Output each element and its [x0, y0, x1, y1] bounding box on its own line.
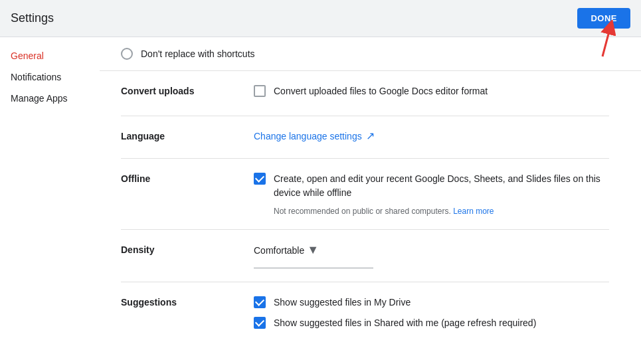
density-label: Density — [121, 243, 254, 255]
dropdown-arrow-icon: ▼ — [307, 243, 319, 257]
shortcuts-radio[interactable] — [121, 48, 133, 60]
page-title: Settings — [11, 11, 54, 25]
offline-control: Create, open and edit your recent Google… — [254, 172, 609, 216]
shortcuts-label: Don't replace with shortcuts — [141, 48, 255, 59]
density-underline — [254, 268, 373, 268]
sidebar-item-general[interactable]: General — [0, 45, 100, 66]
sidebar-item-manage-apps[interactable]: Manage Apps — [0, 88, 100, 109]
convert-uploads-row: Convert uploads Convert uploaded files t… — [121, 71, 609, 116]
external-link-icon: ↗ — [366, 130, 375, 142]
offline-description: Create, open and edit your recent Google… — [274, 172, 609, 200]
suggestions-shared-checkbox[interactable] — [254, 317, 266, 329]
density-control: Comfortable ▼ — [254, 243, 609, 268]
suggestions-my-drive-row[interactable]: Show suggested files in My Drive — [254, 296, 609, 310]
offline-row: Offline Create, open and edit your recen… — [121, 159, 609, 230]
sidebar-item-notifications[interactable]: Notifications — [0, 66, 100, 88]
offline-checkbox-row[interactable]: Create, open and edit your recent Google… — [254, 172, 609, 200]
shortcuts-row: Don't replace with shortcuts — [100, 37, 641, 71]
body-layout: General Notifications Manage Apps Don't … — [0, 37, 641, 364]
suggestions-label: Suggestions — [121, 296, 254, 308]
suggestions-row: Suggestions Show suggested files in My D… — [121, 282, 609, 347]
convert-uploads-checkbox-row[interactable]: Convert uploaded files to Google Docs ed… — [254, 84, 609, 98]
density-row: Density Comfortable ▼ — [121, 230, 609, 282]
density-value: Comfortable — [254, 245, 304, 256]
done-button[interactable]: DONE — [577, 8, 630, 29]
density-dropdown[interactable]: Comfortable ▼ — [254, 243, 609, 257]
sidebar: General Notifications Manage Apps — [0, 37, 100, 364]
offline-label: Offline — [121, 172, 254, 184]
main-content: Don't replace with shortcuts Convert upl… — [100, 37, 641, 364]
change-language-link[interactable]: Change language settings ↗ — [254, 130, 609, 142]
settings-header: Settings DONE — [0, 0, 641, 37]
suggestions-shared-row[interactable]: Show suggested files in Shared with me (… — [254, 316, 609, 330]
language-row: Language Change language settings ↗ — [121, 116, 609, 159]
suggestions-control: Show suggested files in My Drive Show su… — [254, 296, 609, 334]
convert-uploads-description: Convert uploaded files to Google Docs ed… — [274, 84, 488, 98]
offline-checkbox[interactable] — [254, 173, 266, 185]
suggestions-shared-label: Show suggested files in Shared with me (… — [274, 316, 536, 330]
language-label: Language — [121, 130, 254, 141]
convert-uploads-checkbox[interactable] — [254, 85, 266, 97]
learn-more-link[interactable]: Learn more — [453, 207, 494, 216]
suggestions-my-drive-checkbox[interactable] — [254, 296, 266, 308]
suggestions-my-drive-label: Show suggested files in My Drive — [274, 296, 411, 310]
offline-subtext: Not recommended on public or shared comp… — [274, 207, 609, 216]
change-language-text: Change language settings — [254, 131, 362, 141]
convert-uploads-control: Convert uploaded files to Google Docs ed… — [254, 84, 609, 102]
language-control: Change language settings ↗ — [254, 130, 609, 142]
convert-uploads-label: Convert uploads — [121, 84, 254, 96]
settings-section: Convert uploads Convert uploaded files t… — [100, 71, 641, 347]
